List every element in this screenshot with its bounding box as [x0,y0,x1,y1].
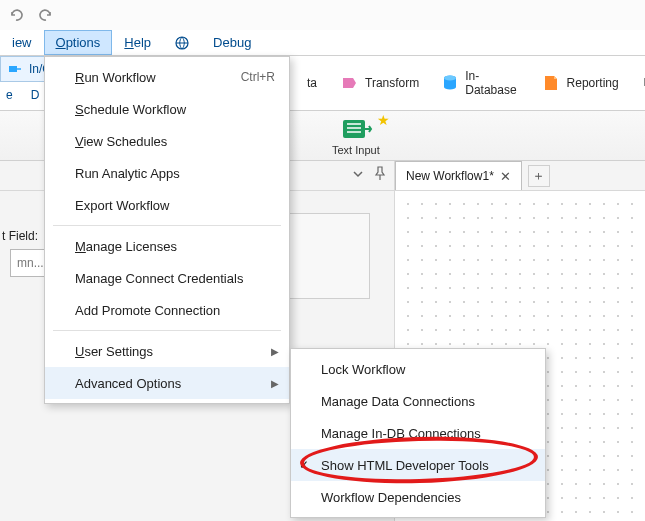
tab-label: New Workflow1* [406,169,494,183]
ribbon-documentation[interactable]: Docum [631,69,645,97]
tool-text-input[interactable]: ★ Text Input [332,116,380,156]
workflow-tab[interactable]: New Workflow1* ✕ [395,161,522,190]
menu-schedule-workflow[interactable]: Schedule Workflow [45,93,289,125]
globe-icon[interactable] [163,30,201,55]
transform-icon [339,73,359,93]
reporting-icon [541,73,561,93]
menu-help[interactable]: Help [112,30,163,55]
field-label: t Field: [0,229,38,243]
menu-export-workflow[interactable]: Export Workflow [45,189,289,221]
menu-view-schedules[interactable]: View Schedules [45,125,289,157]
menu-manage-indb-connections[interactable]: Manage In-DB Connections [291,417,545,449]
speech-icon [641,73,645,93]
ribbon-indatabase[interactable]: In-Database [431,65,528,101]
check-icon: ✓ [299,458,309,472]
svg-rect-1 [9,66,17,72]
menu-manage-data-connections[interactable]: Manage Data Connections [291,385,545,417]
subnav-item-e[interactable]: e [6,88,13,102]
ribbon-reporting[interactable]: Reporting [531,69,629,97]
advanced-options-dropdown: Lock Workflow Manage Data Connections Ma… [290,348,546,518]
subnav-items: e D [0,88,39,102]
star-icon: ★ [377,112,390,128]
menu-add-promote-connection[interactable]: Add Promote Connection [45,294,289,326]
close-icon[interactable]: ✕ [500,169,511,184]
submenu-arrow-icon: ▶ [271,346,279,357]
chevron-down-icon[interactable] [352,168,364,183]
text-input-icon [341,116,371,142]
svg-point-3 [444,76,456,81]
menu-advanced-options[interactable]: Advanced Options ▶ [45,367,289,399]
ribbon-transform[interactable]: Transform [329,69,429,97]
menu-show-html-developer-tools[interactable]: ✓ Show HTML Developer Tools [291,449,545,481]
shortcut-label: Ctrl+R [241,70,275,84]
submenu-arrow-icon: ▶ [271,378,279,389]
pin-icon[interactable] [374,167,386,184]
redo-icon[interactable] [36,5,56,25]
tool-label: Text Input [332,144,380,156]
preview-box [280,213,370,299]
menu-view[interactable]: iew [0,30,44,55]
menu-debug[interactable]: Debug [201,30,263,55]
menu-workflow-dependencies[interactable]: Workflow Dependencies [291,481,545,513]
ribbon-data[interactable]: ta [297,72,327,94]
add-tab-button[interactable]: ＋ [528,165,550,187]
menu-manage-connect-credentials[interactable]: Manage Connect Credentials [45,262,289,294]
database-icon [441,73,459,93]
menu-run-analytic-apps[interactable]: Run Analytic Apps [45,157,289,189]
menu-manage-licenses[interactable]: Manage Licenses [45,230,289,262]
menu-options[interactable]: Options [44,30,113,55]
menu-user-settings[interactable]: User Settings ▶ [45,335,289,367]
subnav-item-d[interactable]: D [31,88,40,102]
menu-bar: iew Options Help Debug [0,30,645,56]
menu-lock-workflow[interactable]: Lock Workflow [291,353,545,385]
undo-icon[interactable] [6,5,26,25]
options-dropdown: Run Workflow Ctrl+R Schedule Workflow Vi… [44,56,290,404]
menu-run-workflow[interactable]: Run Workflow Ctrl+R [45,61,289,93]
tool-icon [9,64,21,74]
svg-rect-4 [343,120,365,138]
